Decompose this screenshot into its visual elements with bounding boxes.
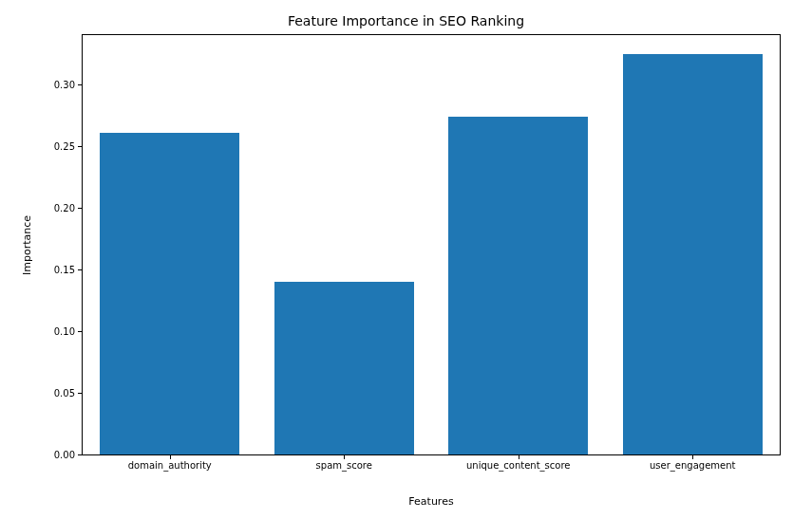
y-axis-label: Importance [21, 34, 34, 455]
bar [448, 117, 588, 454]
bar [274, 282, 414, 454]
chart-title: Feature Importance in SEO Ranking [0, 13, 812, 28]
plot-area: 0.00 0.05 0.10 0.15 0.20 0.25 0.30 [82, 34, 781, 455]
ytick-label: 0.15 [54, 265, 83, 275]
ytick-label: 0.30 [54, 80, 83, 90]
ytick-label: 0.10 [54, 326, 83, 337]
xtick-label: domain_authority [128, 454, 212, 471]
bar [623, 54, 763, 455]
bar-group: domain_authority spam_score unique_conte… [83, 35, 780, 454]
x-axis-label: Features [82, 495, 781, 508]
ytick-label: 0.20 [54, 203, 83, 213]
chart-figure: Feature Importance in SEO Ranking 0.00 0… [0, 0, 812, 519]
bar [100, 133, 239, 454]
ytick-label: 0.25 [54, 141, 83, 152]
ytick-label: 0.05 [54, 388, 83, 399]
ytick-label: 0.00 [54, 450, 83, 460]
y-axis-label-text: Importance [22, 214, 34, 274]
xtick-label: spam_score [316, 454, 372, 471]
xtick-label: unique_content_score [466, 454, 570, 471]
xtick-label: user_engagement [650, 454, 735, 471]
